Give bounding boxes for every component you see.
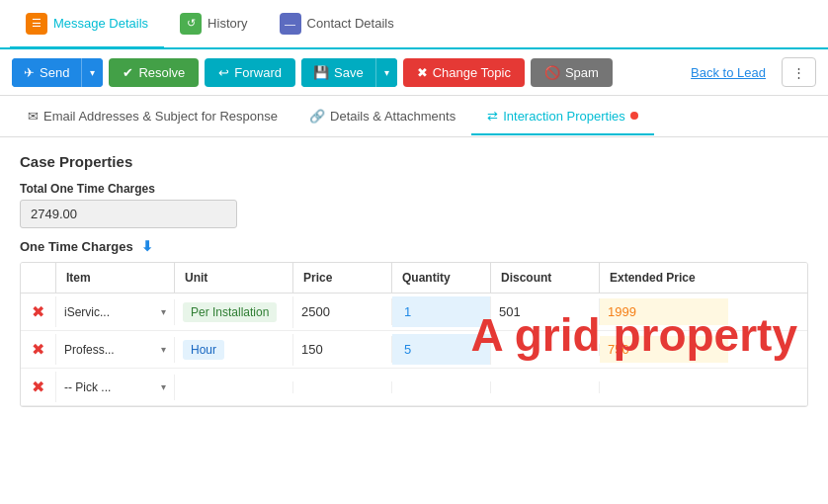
grid-header-discount: Discount — [491, 263, 600, 293]
download-icon[interactable]: ⬇ — [141, 238, 153, 254]
unit-cell-0: Per Installation — [175, 296, 293, 328]
grid-header-row: Item Unit Price Quantity Discount Extend… — [21, 263, 807, 294]
sub-tab-details[interactable]: 🔗 Details & Attachments — [293, 99, 471, 135]
item-cell-0[interactable]: iServic... ▾ — [56, 299, 175, 325]
spam-icon: 🚫 — [544, 65, 560, 80]
qty-cell-2[interactable] — [392, 381, 491, 393]
ext-cell-0: 1999 — [600, 298, 728, 325]
total-charges-input[interactable] — [20, 200, 237, 228]
item-select-0[interactable]: iServic... ▾ — [64, 305, 166, 319]
discount-cell-2[interactable] — [491, 381, 600, 393]
save-button[interactable]: 💾 Save — [301, 58, 375, 87]
send-icon: ✈ — [24, 65, 35, 80]
qty-cell-0[interactable] — [392, 296, 491, 327]
back-to-lead-link[interactable]: Back to Lead — [681, 58, 776, 87]
one-time-charges-label: One Time Charges — [20, 239, 133, 254]
interact-icon: ⇄ — [487, 109, 498, 124]
save-icon: 💾 — [313, 65, 329, 80]
grid-header-qty: Quantity — [392, 263, 491, 293]
sub-tab-email[interactable]: ✉ Email Addresses & Subject for Response — [12, 99, 293, 135]
ext-cell-2 — [600, 381, 728, 393]
ext-price-1: 750 — [608, 342, 629, 357]
discount-cell-1[interactable] — [491, 344, 600, 356]
change-topic-icon: ✖ — [417, 65, 428, 80]
sub-tab-interaction-label: Interaction Properties — [503, 109, 625, 124]
discount-cell-0[interactable]: 501 — [491, 298, 600, 325]
sub-tab-email-label: Email Addresses & Subject for Response — [43, 109, 278, 124]
table-row: ✖ -- Pick ... ▾ — [21, 369, 807, 406]
delete-row-2-button[interactable]: ✖ — [32, 378, 44, 396]
item-caret-1[interactable]: ▾ — [161, 344, 166, 355]
send-label: Send — [40, 65, 69, 80]
resolve-button[interactable]: ✔ Resolve — [109, 58, 199, 87]
delete-cell-1: ✖ — [21, 334, 56, 365]
send-caret-button[interactable]: ▾ — [81, 58, 103, 87]
tab-history-label: History — [207, 16, 247, 31]
history-icon: ↺ — [180, 13, 202, 35]
more-button[interactable]: ⋮ — [782, 57, 816, 87]
more-icon: ⋮ — [792, 65, 805, 80]
resolve-label: Resolve — [138, 65, 185, 80]
grid-header-item: Item — [56, 263, 175, 293]
qty-input-0[interactable] — [400, 302, 482, 321]
unit-cell-1: Hour — [175, 334, 293, 366]
total-charges-group: Total One Time Charges — [20, 182, 808, 228]
delete-row-0-button[interactable]: ✖ — [32, 302, 44, 321]
ext-price-0: 1999 — [608, 304, 636, 319]
item-cell-1[interactable]: Profess... ▾ — [56, 337, 175, 363]
forward-icon: ↩ — [218, 65, 229, 80]
item-text-2: -- Pick ... — [64, 380, 157, 394]
delete-cell-0: ✖ — [21, 296, 56, 327]
main-content: Case Properties Total One Time Charges O… — [0, 137, 828, 423]
item-cell-2[interactable]: -- Pick ... ▾ — [56, 375, 175, 400]
tab-message-details-label: Message Details — [53, 16, 148, 31]
discount-value-0: 501 — [499, 304, 521, 319]
send-button[interactable]: ✈ Send — [12, 58, 81, 87]
qty-cell-1[interactable] — [392, 334, 491, 365]
spam-button[interactable]: 🚫 Spam — [531, 58, 613, 87]
sub-tab-details-label: Details & Attachments — [330, 109, 455, 124]
tab-contact-details[interactable]: — Contact Details — [264, 1, 410, 49]
forward-button[interactable]: ↩ Forward — [205, 58, 295, 87]
message-details-icon: ☰ — [26, 13, 47, 35]
sub-tabs-bar: ✉ Email Addresses & Subject for Response… — [0, 96, 828, 137]
attach-icon: 🔗 — [309, 109, 325, 124]
send-split-button[interactable]: ✈ Send ▾ — [12, 58, 103, 87]
table-row: ✖ Profess... ▾ Hour 750 — [21, 331, 807, 369]
ext-cell-1: 750 — [600, 336, 728, 363]
unit-badge-1: Hour — [183, 340, 224, 360]
change-topic-label: Change Topic — [433, 65, 511, 80]
item-select-1[interactable]: Profess... ▾ — [64, 343, 166, 357]
item-caret-2[interactable]: ▾ — [161, 381, 166, 392]
email-icon: ✉ — [28, 109, 39, 124]
one-time-charges-header: One Time Charges ⬇ — [20, 238, 808, 254]
total-charges-label: Total One Time Charges — [20, 182, 808, 196]
item-text-1: Profess... — [64, 343, 157, 357]
save-split-button[interactable]: 💾 Save ▾ — [301, 58, 397, 87]
sub-tab-interaction[interactable]: ⇄ Interaction Properties — [471, 99, 654, 135]
tab-message-details[interactable]: ☰ Message Details — [10, 1, 164, 49]
price-cell-2[interactable] — [293, 381, 392, 393]
interaction-dot — [630, 112, 638, 120]
grid-header-delete — [21, 263, 56, 293]
price-input-0[interactable] — [301, 304, 383, 319]
change-topic-button[interactable]: ✖ Change Topic — [403, 58, 525, 87]
case-properties-title: Case Properties — [20, 153, 808, 170]
toolbar: ✈ Send ▾ ✔ Resolve ↩ Forward 💾 Save ▾ ✖ … — [0, 49, 828, 96]
delete-cell-2: ✖ — [21, 372, 56, 402]
item-select-2[interactable]: -- Pick ... ▾ — [64, 380, 166, 394]
item-caret-0[interactable]: ▾ — [161, 306, 166, 317]
delete-row-1-button[interactable]: ✖ — [32, 340, 44, 359]
qty-input-1[interactable] — [400, 340, 482, 359]
grid-header-price: Price — [293, 263, 392, 293]
price-cell-1[interactable] — [293, 336, 392, 363]
grid-header-unit: Unit — [175, 263, 293, 293]
grid-header-ext-price: Extended Price — [600, 263, 728, 293]
save-caret-button[interactable]: ▾ — [375, 58, 397, 87]
spam-label: Spam — [565, 65, 599, 80]
top-tabs-bar: ☰ Message Details ↺ History — Contact De… — [0, 0, 828, 49]
price-input-1[interactable] — [301, 342, 383, 357]
tab-history[interactable]: ↺ History — [164, 1, 263, 49]
contact-details-icon: — — [280, 13, 301, 35]
price-cell-0[interactable] — [293, 298, 392, 325]
